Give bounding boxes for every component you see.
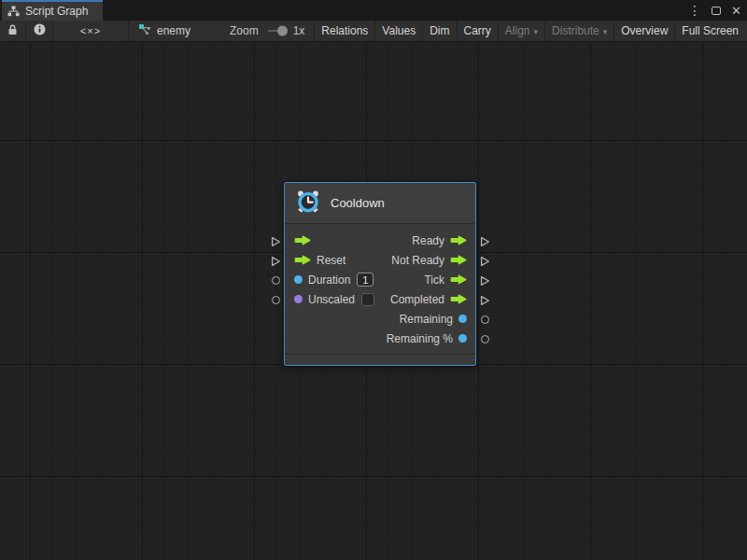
- node-header[interactable]: Cooldown: [285, 183, 475, 224]
- carry-label: Carry: [464, 24, 491, 37]
- window-close-icon[interactable]: ✕: [731, 5, 741, 17]
- port-row-not-ready: Not Ready: [382, 250, 475, 270]
- values-button[interactable]: Values: [375, 21, 423, 41]
- unscaled-checkbox[interactable]: [361, 293, 374, 306]
- input-ports-column: Reset Duration 1 Unscaled: [285, 231, 382, 348]
- graph-canvas[interactable]: Cooldown Reset: [0, 43, 747, 560]
- cooldown-node-group: Cooldown Reset: [267, 182, 493, 366]
- port-label: Remaining %: [387, 332, 453, 345]
- port-label: Completed: [390, 293, 444, 306]
- port-row-remaining-pct: Remaining %: [382, 329, 475, 348]
- flow-output-port[interactable]: [476, 271, 493, 290]
- duration-input[interactable]: 1: [357, 273, 374, 287]
- flow-arrow-icon[interactable]: [450, 294, 467, 304]
- fullscreen-button[interactable]: Full Screen: [675, 21, 747, 41]
- script-graph-asset-icon: [138, 23, 151, 38]
- port-row-duration: Duration 1: [285, 270, 382, 289]
- flow-output-port[interactable]: [476, 231, 493, 251]
- relations-label: Relations: [321, 24, 368, 37]
- values-label: Values: [382, 24, 416, 37]
- port-row-unscaled: Unscaled: [285, 289, 382, 309]
- lock-icon: [7, 24, 18, 38]
- window-controls: ⋮ ✕: [688, 0, 741, 21]
- chevron-down-icon: ▾: [534, 27, 539, 36]
- flow-output-port[interactable]: [476, 290, 493, 310]
- flow-input-port[interactable]: [267, 231, 284, 251]
- lock-button[interactable]: [0, 21, 26, 41]
- graph-name-breadcrumb[interactable]: enemy: [157, 24, 190, 37]
- port-row-ready: Ready: [382, 231, 475, 250]
- tab-script-graph[interactable]: Script Graph: [2, 0, 103, 21]
- window-maximize-icon[interactable]: [712, 5, 721, 17]
- value-input-port[interactable]: [267, 271, 284, 290]
- output-ports-column: Ready Not Ready Tick: [382, 231, 475, 348]
- value-input-port[interactable]: [267, 290, 284, 310]
- title-bar: Script Graph ⋮ ✕: [0, 0, 747, 21]
- port-label: Duration: [308, 273, 350, 287]
- value-output-port[interactable]: [476, 310, 493, 329]
- flow-output-port[interactable]: [476, 251, 493, 271]
- distribute-label: Distribute: [552, 24, 599, 37]
- zoom-slider-thumb[interactable]: [277, 26, 288, 36]
- flow-arrow-icon[interactable]: [450, 255, 467, 265]
- value-output-port[interactable]: [476, 329, 493, 349]
- port-label: Unscaled: [308, 293, 355, 306]
- node-ports: Reset Duration 1 Unscaled: [285, 224, 475, 348]
- outer-output-ports: [476, 182, 493, 349]
- port-label: Not Ready: [391, 254, 444, 267]
- value-port-dot[interactable]: [458, 334, 467, 343]
- node-title: Cooldown: [331, 196, 385, 210]
- node-footer: [285, 354, 475, 365]
- dim-button[interactable]: Dim: [423, 21, 457, 41]
- port-row-remaining: Remaining: [382, 309, 475, 329]
- relations-button[interactable]: Relations: [315, 21, 375, 41]
- inspect-source-button[interactable]: <×>: [53, 21, 129, 41]
- align-dropdown[interactable]: Align ▾: [499, 21, 545, 41]
- overview-label: Overview: [621, 24, 668, 37]
- tab-title: Script Graph: [25, 5, 88, 18]
- port-row-reset: Reset: [285, 250, 382, 270]
- info-icon: [34, 23, 46, 38]
- window-menu-icon[interactable]: ⋮: [688, 4, 701, 17]
- graph-breadcrumb-zoom: enemy Zoom 1x: [129, 21, 315, 41]
- value-port-dot[interactable]: [294, 275, 303, 284]
- flow-arrow-icon[interactable]: [294, 255, 311, 265]
- align-label: Align: [505, 24, 530, 37]
- dim-label: Dim: [430, 24, 449, 37]
- port-row-tick: Tick: [382, 270, 475, 289]
- port-row-completed: Completed: [382, 289, 475, 309]
- value-port-dot[interactable]: [458, 315, 467, 323]
- port-label: Remaining: [400, 313, 453, 326]
- distribute-dropdown[interactable]: Distribute ▾: [545, 21, 614, 41]
- outer-input-ports: [267, 182, 284, 310]
- fullscreen-label: Full Screen: [682, 24, 739, 37]
- cooldown-node[interactable]: Cooldown Reset: [284, 182, 476, 366]
- port-label: Reset: [317, 254, 345, 267]
- flow-input-port[interactable]: [267, 251, 284, 271]
- port-label: Tick: [424, 273, 444, 287]
- info-button[interactable]: [26, 21, 53, 41]
- port-row-invoke: [285, 231, 382, 250]
- overview-button[interactable]: Overview: [614, 21, 675, 41]
- alarm-clock-icon: [295, 189, 321, 218]
- zoom-label: Zoom: [230, 24, 259, 37]
- zoom-value: 1x: [293, 24, 305, 37]
- port-label: Ready: [412, 234, 444, 247]
- flow-arrow-icon[interactable]: [294, 235, 311, 245]
- zoom-slider[interactable]: [268, 30, 288, 32]
- value-port-dot[interactable]: [294, 295, 303, 303]
- graph-hierarchy-icon: [7, 6, 20, 17]
- flow-arrow-icon[interactable]: [450, 235, 467, 245]
- graph-toolbar: <×> enemy Zoom 1x Relations Values Dim C…: [0, 21, 747, 42]
- chevron-down-icon: ▾: [603, 27, 608, 36]
- code-icon: <×>: [80, 25, 101, 36]
- flow-arrow-icon[interactable]: [450, 274, 467, 285]
- carry-button[interactable]: Carry: [458, 21, 499, 41]
